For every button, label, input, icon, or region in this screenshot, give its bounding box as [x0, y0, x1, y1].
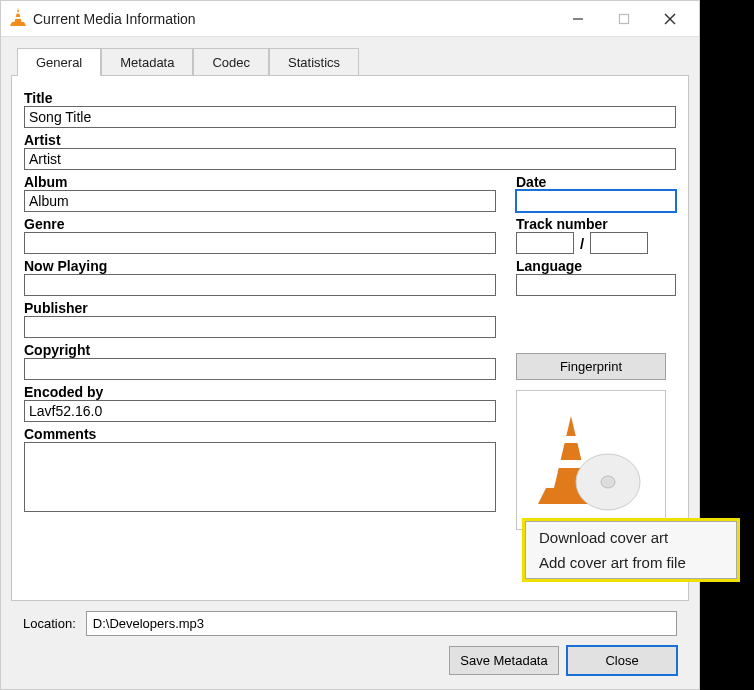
album-label: Album: [24, 174, 496, 190]
publisher-input[interactable]: [24, 316, 496, 338]
comments-label: Comments: [24, 426, 496, 442]
tab-general[interactable]: General: [17, 48, 101, 76]
svg-rect-5: [620, 14, 629, 23]
encodedby-input[interactable]: [24, 400, 496, 422]
tab-codec[interactable]: Codec: [193, 48, 269, 76]
titlebar: Current Media Information: [1, 1, 699, 37]
save-metadata-button[interactable]: Save Metadata: [449, 646, 559, 675]
vlc-cone-icon: [536, 404, 646, 517]
svg-marker-3: [10, 22, 26, 26]
tabbar: General Metadata Codec Statistics: [17, 47, 689, 75]
bottom-bar: Location: Save Metadata Close: [11, 601, 689, 689]
nowplaying-label: Now Playing: [24, 258, 496, 274]
copyright-input[interactable]: [24, 358, 496, 380]
tab-metadata[interactable]: Metadata: [101, 48, 193, 76]
close-dialog-button[interactable]: Close: [567, 646, 677, 675]
svg-rect-9: [562, 436, 580, 443]
cover-art-box[interactable]: [516, 390, 666, 530]
album-input[interactable]: [24, 190, 496, 212]
comments-input[interactable]: [24, 442, 496, 512]
svg-rect-10: [558, 460, 584, 468]
title-label: Title: [24, 90, 676, 106]
svg-marker-0: [15, 8, 22, 22]
close-button[interactable]: [647, 4, 693, 34]
content-area: General Metadata Codec Statistics Title …: [1, 37, 699, 689]
publisher-label: Publisher: [24, 300, 496, 316]
genre-label: Genre: [24, 216, 496, 232]
vlc-cone-icon: [9, 7, 27, 30]
artist-label: Artist: [24, 132, 676, 148]
date-label: Date: [516, 174, 676, 190]
window-title: Current Media Information: [33, 11, 196, 27]
copyright-label: Copyright: [24, 342, 496, 358]
location-label: Location:: [23, 616, 76, 631]
title-input[interactable]: [24, 106, 676, 128]
menu-add-cover-art-from-file[interactable]: Add cover art from file: [525, 550, 737, 575]
date-input[interactable]: [516, 190, 676, 212]
nowplaying-input[interactable]: [24, 274, 496, 296]
language-label: Language: [516, 258, 676, 274]
track-label: Track number: [516, 216, 676, 232]
location-input[interactable]: [86, 611, 677, 636]
media-info-window: Current Media Information General Metada…: [0, 0, 700, 690]
minimize-button[interactable]: [555, 4, 601, 34]
genre-input[interactable]: [24, 232, 496, 254]
tab-statistics[interactable]: Statistics: [269, 48, 359, 76]
svg-point-13: [601, 476, 615, 488]
fingerprint-button[interactable]: Fingerprint: [516, 353, 666, 380]
maximize-button[interactable]: [601, 4, 647, 34]
artist-input[interactable]: [24, 148, 676, 170]
language-input[interactable]: [516, 274, 676, 296]
track-number-input[interactable]: [516, 232, 574, 254]
encodedby-label: Encoded by: [24, 384, 496, 400]
track-total-input[interactable]: [590, 232, 648, 254]
svg-rect-1: [16, 12, 21, 14]
cover-art-context-menu: Download cover art Add cover art from fi…: [522, 518, 740, 582]
menu-download-cover-art[interactable]: Download cover art: [525, 525, 737, 550]
track-separator: /: [580, 235, 584, 252]
tab-panel-general: Title Artist Album Date Genre: [11, 75, 689, 601]
svg-rect-2: [15, 17, 21, 19]
